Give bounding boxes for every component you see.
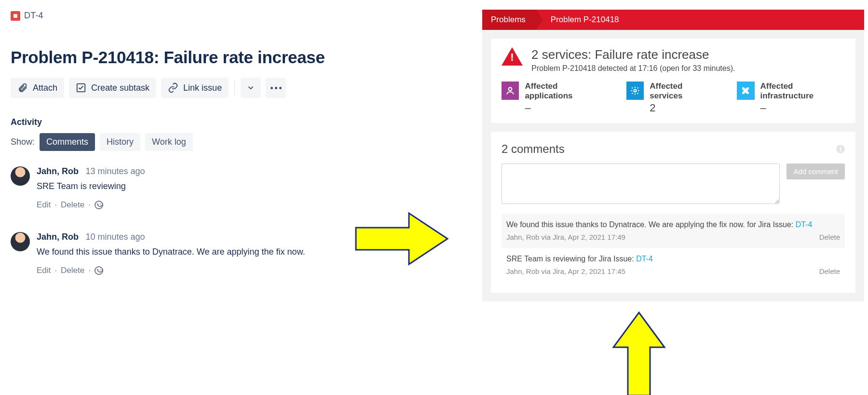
problem-header: ! 2 services: Failure rate increase Prob…	[502, 47, 845, 73]
activity-heading: Activity	[11, 117, 377, 127]
comment-actions: Edit · Delete ·	[37, 200, 145, 210]
dynatrace-panel: Problems Problem P-210418 ! 2 services: …	[482, 10, 864, 301]
arrow-up-icon	[608, 309, 670, 395]
edit-action[interactable]: Edit	[37, 200, 51, 210]
metric-infrastructure[interactable]: Affected infrastructure –	[737, 82, 845, 114]
comment-time[interactable]: 13 minutes ago	[85, 166, 145, 176]
arrow-right-icon	[351, 207, 452, 270]
dt-comment-meta: Jahn, Rob via Jira, Apr 2, 2021 17:45	[506, 267, 625, 275]
reaction-icon[interactable]	[95, 266, 103, 275]
dt-comment: We found this issue thanks to Dynatrace.…	[502, 214, 845, 248]
comment-time[interactable]: 10 minutes ago	[85, 232, 145, 242]
issue-title: Problem P-210418: Failure rate increase	[11, 48, 377, 67]
comment-author[interactable]: Jahn, Rob	[37, 232, 79, 242]
dt-comment-list: We found this issue thanks to Dynatrace.…	[502, 214, 845, 282]
dots-icon	[271, 87, 282, 89]
infrastructure-icon	[737, 82, 754, 100]
svg-marker-9	[613, 313, 665, 395]
link-issue-label: Link issue	[183, 83, 222, 93]
svg-point-1	[509, 87, 512, 91]
chevron-down-icon	[246, 83, 255, 92]
info-icon[interactable]: i	[836, 145, 845, 153]
dt-comment: SRE Team is reviewing for Jira Issue: DT…	[502, 248, 845, 282]
problem-title: 2 services: Failure rate increase	[531, 47, 735, 62]
create-subtask-label: Create subtask	[91, 83, 149, 93]
issue-type-icon	[11, 11, 20, 21]
dt-delete-link[interactable]: Delete	[819, 267, 840, 275]
metric-label: Affected infrastructure	[760, 82, 845, 101]
jira-link[interactable]: DT-4	[636, 255, 653, 263]
svg-rect-5	[745, 93, 747, 95]
breadcrumb-root[interactable]: Problems	[482, 10, 536, 30]
show-label: Show:	[11, 137, 35, 147]
svg-rect-6	[741, 90, 744, 92]
avatar[interactable]	[11, 166, 30, 186]
dt-delete-link[interactable]: Delete	[819, 233, 840, 241]
metric-value: –	[760, 102, 845, 114]
breadcrumb-current[interactable]: Problem P-210418	[536, 15, 619, 25]
breadcrumb: Problems Problem P-210418	[482, 10, 864, 30]
attach-button[interactable]: Attach	[11, 78, 64, 98]
svg-point-2	[634, 90, 637, 92]
tab-history[interactable]: History	[100, 133, 140, 151]
problem-subtitle: Problem P-210418 detected at 17:16 (open…	[531, 64, 735, 73]
warning-icon: !	[502, 47, 523, 66]
dt-comments-card: 2 comments i Add comment We found this i…	[491, 132, 855, 293]
dt-comments-heading: 2 comments i	[502, 142, 845, 156]
create-subtask-button[interactable]: Create subtask	[69, 78, 156, 98]
problem-card: ! 2 services: Failure rate increase Prob…	[491, 39, 855, 123]
metric-services[interactable]: Affected services 2	[626, 82, 715, 114]
issue-toolbar: Attach Create subtask Link issue	[11, 78, 377, 98]
more-actions-button[interactable]	[266, 78, 286, 98]
tab-comments[interactable]: Comments	[40, 133, 95, 151]
app-icon	[502, 82, 519, 100]
reaction-icon[interactable]	[95, 201, 103, 209]
dt-comment-text: We found this issue thanks to Dynatrace.…	[506, 220, 840, 229]
delete-action[interactable]: Delete	[61, 266, 84, 275]
dt-comment-text: SRE Team is reviewing for Jira Issue: DT…	[506, 255, 840, 263]
dt-comments-count: 2 comments	[502, 142, 565, 156]
comment-actions: Edit · Delete ·	[37, 266, 305, 275]
impact-metrics: Affected applications – Affected service…	[502, 82, 845, 114]
paperclip-icon	[17, 82, 28, 93]
svg-rect-7	[748, 90, 750, 92]
link-issue-dropdown[interactable]	[241, 78, 261, 98]
comment-text: SRE Team is reviewing	[37, 181, 145, 191]
svg-rect-4	[745, 86, 747, 89]
activity-filter-row: Show: Comments History Work log	[11, 133, 377, 151]
comment-author[interactable]: Jahn, Rob	[37, 166, 79, 176]
jira-panel: DT-4 Problem P-210418: Failure rate incr…	[11, 11, 377, 275]
dt-comment-meta: Jahn, Rob via Jira, Apr 2, 2021 17:49	[506, 233, 625, 241]
attach-label: Attach	[33, 83, 57, 93]
gear-icon	[626, 82, 644, 100]
dt-comment-input[interactable]	[502, 163, 780, 204]
comment-body: Jahn, Rob 10 minutes ago We found this i…	[37, 232, 305, 275]
dt-comment-input-row: Add comment	[502, 163, 845, 204]
metric-applications[interactable]: Affected applications –	[502, 82, 604, 114]
metric-value: –	[525, 102, 604, 114]
comment-text: We found this issue thanks to Dynatrace.…	[37, 247, 305, 257]
svg-marker-8	[356, 213, 448, 264]
add-comment-button[interactable]: Add comment	[787, 163, 845, 179]
avatar[interactable]	[11, 232, 30, 251]
tab-worklog[interactable]: Work log	[145, 133, 193, 151]
comment: Jahn, Rob 13 minutes ago SRE Team is rev…	[11, 166, 377, 210]
metric-label: Affected applications	[525, 82, 604, 101]
issue-key-row: DT-4	[11, 11, 377, 21]
edit-action[interactable]: Edit	[37, 266, 51, 275]
toolbar-divider	[234, 80, 235, 95]
jira-link[interactable]: DT-4	[796, 220, 813, 229]
link-icon	[168, 82, 178, 93]
comment: Jahn, Rob 10 minutes ago We found this i…	[11, 232, 377, 275]
metric-value: 2	[650, 102, 715, 114]
delete-action[interactable]: Delete	[61, 200, 84, 210]
comment-body: Jahn, Rob 13 minutes ago SRE Team is rev…	[37, 166, 145, 210]
metric-label: Affected services	[650, 82, 715, 101]
link-issue-button[interactable]: Link issue	[161, 78, 229, 98]
issue-key-link[interactable]: DT-4	[24, 11, 43, 21]
subtask-icon	[76, 82, 86, 93]
